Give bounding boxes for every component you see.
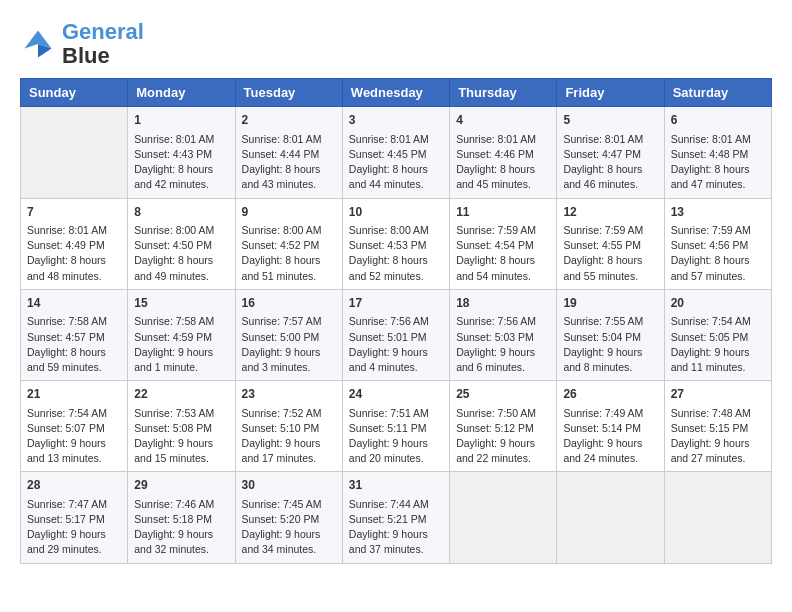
day-info: Sunrise: 7:47 AM Sunset: 5:17 PM Dayligh…	[27, 497, 121, 558]
logo: General Blue	[20, 20, 144, 68]
day-number: 23	[242, 386, 336, 403]
calendar-cell	[21, 107, 128, 198]
page-header: General Blue	[20, 20, 772, 68]
day-info: Sunrise: 8:01 AM Sunset: 4:49 PM Dayligh…	[27, 223, 121, 284]
calendar-cell: 20Sunrise: 7:54 AM Sunset: 5:05 PM Dayli…	[664, 289, 771, 380]
calendar-cell: 3Sunrise: 8:01 AM Sunset: 4:45 PM Daylig…	[342, 107, 449, 198]
day-info: Sunrise: 7:50 AM Sunset: 5:12 PM Dayligh…	[456, 406, 550, 467]
day-number: 30	[242, 477, 336, 494]
day-number: 11	[456, 204, 550, 221]
day-number: 14	[27, 295, 121, 312]
day-info: Sunrise: 7:54 AM Sunset: 5:05 PM Dayligh…	[671, 314, 765, 375]
day-info: Sunrise: 7:46 AM Sunset: 5:18 PM Dayligh…	[134, 497, 228, 558]
day-info: Sunrise: 8:01 AM Sunset: 4:44 PM Dayligh…	[242, 132, 336, 193]
day-info: Sunrise: 8:00 AM Sunset: 4:53 PM Dayligh…	[349, 223, 443, 284]
day-info: Sunrise: 7:59 AM Sunset: 4:56 PM Dayligh…	[671, 223, 765, 284]
calendar-cell: 10Sunrise: 8:00 AM Sunset: 4:53 PM Dayli…	[342, 198, 449, 289]
day-number: 26	[563, 386, 657, 403]
col-header-wednesday: Wednesday	[342, 79, 449, 107]
week-row-1: 1Sunrise: 8:01 AM Sunset: 4:43 PM Daylig…	[21, 107, 772, 198]
day-number: 29	[134, 477, 228, 494]
day-info: Sunrise: 7:49 AM Sunset: 5:14 PM Dayligh…	[563, 406, 657, 467]
calendar-cell: 31Sunrise: 7:44 AM Sunset: 5:21 PM Dayli…	[342, 472, 449, 563]
day-info: Sunrise: 7:48 AM Sunset: 5:15 PM Dayligh…	[671, 406, 765, 467]
calendar-cell: 23Sunrise: 7:52 AM Sunset: 5:10 PM Dayli…	[235, 381, 342, 472]
calendar-cell: 21Sunrise: 7:54 AM Sunset: 5:07 PM Dayli…	[21, 381, 128, 472]
calendar-cell: 17Sunrise: 7:56 AM Sunset: 5:01 PM Dayli…	[342, 289, 449, 380]
day-info: Sunrise: 7:58 AM Sunset: 4:57 PM Dayligh…	[27, 314, 121, 375]
calendar-table: SundayMondayTuesdayWednesdayThursdayFrid…	[20, 78, 772, 563]
day-number: 20	[671, 295, 765, 312]
week-row-2: 7Sunrise: 8:01 AM Sunset: 4:49 PM Daylig…	[21, 198, 772, 289]
col-header-tuesday: Tuesday	[235, 79, 342, 107]
day-info: Sunrise: 7:54 AM Sunset: 5:07 PM Dayligh…	[27, 406, 121, 467]
calendar-cell: 26Sunrise: 7:49 AM Sunset: 5:14 PM Dayli…	[557, 381, 664, 472]
day-number: 10	[349, 204, 443, 221]
day-info: Sunrise: 7:53 AM Sunset: 5:08 PM Dayligh…	[134, 406, 228, 467]
week-row-3: 14Sunrise: 7:58 AM Sunset: 4:57 PM Dayli…	[21, 289, 772, 380]
calendar-cell: 9Sunrise: 8:00 AM Sunset: 4:52 PM Daylig…	[235, 198, 342, 289]
calendar-cell: 25Sunrise: 7:50 AM Sunset: 5:12 PM Dayli…	[450, 381, 557, 472]
calendar-cell: 28Sunrise: 7:47 AM Sunset: 5:17 PM Dayli…	[21, 472, 128, 563]
day-info: Sunrise: 7:52 AM Sunset: 5:10 PM Dayligh…	[242, 406, 336, 467]
day-number: 4	[456, 112, 550, 129]
day-number: 19	[563, 295, 657, 312]
day-info: Sunrise: 7:56 AM Sunset: 5:03 PM Dayligh…	[456, 314, 550, 375]
day-number: 27	[671, 386, 765, 403]
day-info: Sunrise: 7:58 AM Sunset: 4:59 PM Dayligh…	[134, 314, 228, 375]
calendar-cell: 5Sunrise: 8:01 AM Sunset: 4:47 PM Daylig…	[557, 107, 664, 198]
day-number: 17	[349, 295, 443, 312]
day-number: 8	[134, 204, 228, 221]
day-info: Sunrise: 7:45 AM Sunset: 5:20 PM Dayligh…	[242, 497, 336, 558]
week-row-5: 28Sunrise: 7:47 AM Sunset: 5:17 PM Dayli…	[21, 472, 772, 563]
day-number: 15	[134, 295, 228, 312]
calendar-cell: 12Sunrise: 7:59 AM Sunset: 4:55 PM Dayli…	[557, 198, 664, 289]
day-info: Sunrise: 8:01 AM Sunset: 4:48 PM Dayligh…	[671, 132, 765, 193]
day-info: Sunrise: 7:59 AM Sunset: 4:54 PM Dayligh…	[456, 223, 550, 284]
day-number: 31	[349, 477, 443, 494]
calendar-cell: 14Sunrise: 7:58 AM Sunset: 4:57 PM Dayli…	[21, 289, 128, 380]
header-row: SundayMondayTuesdayWednesdayThursdayFrid…	[21, 79, 772, 107]
day-info: Sunrise: 8:01 AM Sunset: 4:46 PM Dayligh…	[456, 132, 550, 193]
day-number: 25	[456, 386, 550, 403]
day-number: 5	[563, 112, 657, 129]
calendar-cell: 8Sunrise: 8:00 AM Sunset: 4:50 PM Daylig…	[128, 198, 235, 289]
day-info: Sunrise: 8:01 AM Sunset: 4:45 PM Dayligh…	[349, 132, 443, 193]
calendar-cell: 19Sunrise: 7:55 AM Sunset: 5:04 PM Dayli…	[557, 289, 664, 380]
calendar-cell: 15Sunrise: 7:58 AM Sunset: 4:59 PM Dayli…	[128, 289, 235, 380]
calendar-cell: 18Sunrise: 7:56 AM Sunset: 5:03 PM Dayli…	[450, 289, 557, 380]
week-row-4: 21Sunrise: 7:54 AM Sunset: 5:07 PM Dayli…	[21, 381, 772, 472]
calendar-cell	[450, 472, 557, 563]
day-number: 9	[242, 204, 336, 221]
calendar-cell: 30Sunrise: 7:45 AM Sunset: 5:20 PM Dayli…	[235, 472, 342, 563]
col-header-sunday: Sunday	[21, 79, 128, 107]
day-info: Sunrise: 7:57 AM Sunset: 5:00 PM Dayligh…	[242, 314, 336, 375]
calendar-cell: 7Sunrise: 8:01 AM Sunset: 4:49 PM Daylig…	[21, 198, 128, 289]
day-number: 21	[27, 386, 121, 403]
day-info: Sunrise: 8:01 AM Sunset: 4:43 PM Dayligh…	[134, 132, 228, 193]
calendar-cell: 2Sunrise: 8:01 AM Sunset: 4:44 PM Daylig…	[235, 107, 342, 198]
calendar-cell	[664, 472, 771, 563]
day-number: 6	[671, 112, 765, 129]
logo-icon	[20, 26, 56, 62]
day-info: Sunrise: 8:01 AM Sunset: 4:47 PM Dayligh…	[563, 132, 657, 193]
day-number: 16	[242, 295, 336, 312]
calendar-cell	[557, 472, 664, 563]
col-header-friday: Friday	[557, 79, 664, 107]
day-info: Sunrise: 7:56 AM Sunset: 5:01 PM Dayligh…	[349, 314, 443, 375]
col-header-monday: Monday	[128, 79, 235, 107]
day-number: 24	[349, 386, 443, 403]
day-info: Sunrise: 8:00 AM Sunset: 4:50 PM Dayligh…	[134, 223, 228, 284]
calendar-cell: 11Sunrise: 7:59 AM Sunset: 4:54 PM Dayli…	[450, 198, 557, 289]
calendar-cell: 29Sunrise: 7:46 AM Sunset: 5:18 PM Dayli…	[128, 472, 235, 563]
calendar-cell: 16Sunrise: 7:57 AM Sunset: 5:00 PM Dayli…	[235, 289, 342, 380]
day-number: 1	[134, 112, 228, 129]
calendar-cell: 24Sunrise: 7:51 AM Sunset: 5:11 PM Dayli…	[342, 381, 449, 472]
day-info: Sunrise: 8:00 AM Sunset: 4:52 PM Dayligh…	[242, 223, 336, 284]
col-header-thursday: Thursday	[450, 79, 557, 107]
day-info: Sunrise: 7:55 AM Sunset: 5:04 PM Dayligh…	[563, 314, 657, 375]
day-number: 2	[242, 112, 336, 129]
day-info: Sunrise: 7:44 AM Sunset: 5:21 PM Dayligh…	[349, 497, 443, 558]
calendar-cell: 22Sunrise: 7:53 AM Sunset: 5:08 PM Dayli…	[128, 381, 235, 472]
day-number: 13	[671, 204, 765, 221]
